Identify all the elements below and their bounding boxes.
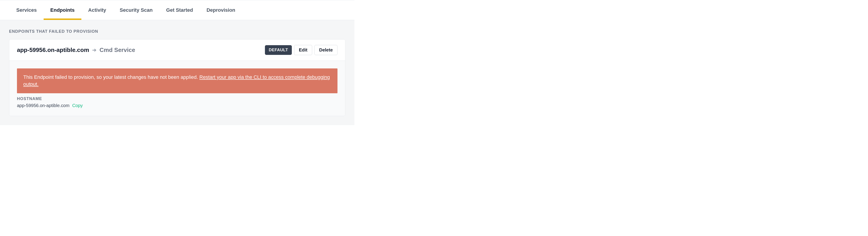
arrow-icon: ➔ bbox=[92, 47, 96, 53]
card-body: This Endpoint failed to provision, so yo… bbox=[9, 61, 345, 116]
hostname-label: HOSTNAME bbox=[17, 96, 338, 101]
endpoint-card: app-59956.on-aptible.com ➔ Cmd Service D… bbox=[9, 39, 345, 116]
tab-deprovision[interactable]: Deprovision bbox=[207, 0, 235, 20]
provision-error-alert: This Endpoint failed to provision, so yo… bbox=[17, 68, 338, 93]
card-header: app-59956.on-aptible.com ➔ Cmd Service D… bbox=[9, 39, 345, 61]
tab-services[interactable]: Services bbox=[16, 0, 37, 20]
default-badge: DEFAULT bbox=[265, 45, 292, 55]
endpoint-host: app-59956.on-aptible.com bbox=[17, 46, 89, 54]
app-frame: Services Endpoints Activity Security Sca… bbox=[0, 0, 354, 125]
hostname-row: app-59956.on-aptible.com Copy bbox=[17, 103, 338, 108]
tab-security-scan[interactable]: Security Scan bbox=[120, 0, 153, 20]
tab-activity[interactable]: Activity bbox=[88, 0, 106, 20]
tab-bar: Services Endpoints Activity Security Sca… bbox=[0, 0, 354, 20]
edit-button[interactable]: Edit bbox=[294, 45, 312, 55]
card-actions: DEFAULT Edit Delete bbox=[265, 45, 338, 55]
delete-button[interactable]: Delete bbox=[314, 45, 338, 55]
tab-endpoints[interactable]: Endpoints bbox=[51, 0, 75, 20]
section-title: ENDPOINTS THAT FAILED TO PROVISION bbox=[9, 29, 345, 34]
content-area: ENDPOINTS THAT FAILED TO PROVISION app-5… bbox=[0, 20, 354, 125]
copy-link[interactable]: Copy bbox=[72, 103, 83, 108]
card-title: app-59956.on-aptible.com ➔ Cmd Service bbox=[17, 46, 135, 54]
alert-text: This Endpoint failed to provision, so yo… bbox=[23, 74, 199, 80]
hostname-value: app-59956.on-aptible.com bbox=[17, 103, 69, 108]
endpoint-service: Cmd Service bbox=[99, 46, 135, 54]
tab-get-started[interactable]: Get Started bbox=[166, 0, 193, 20]
